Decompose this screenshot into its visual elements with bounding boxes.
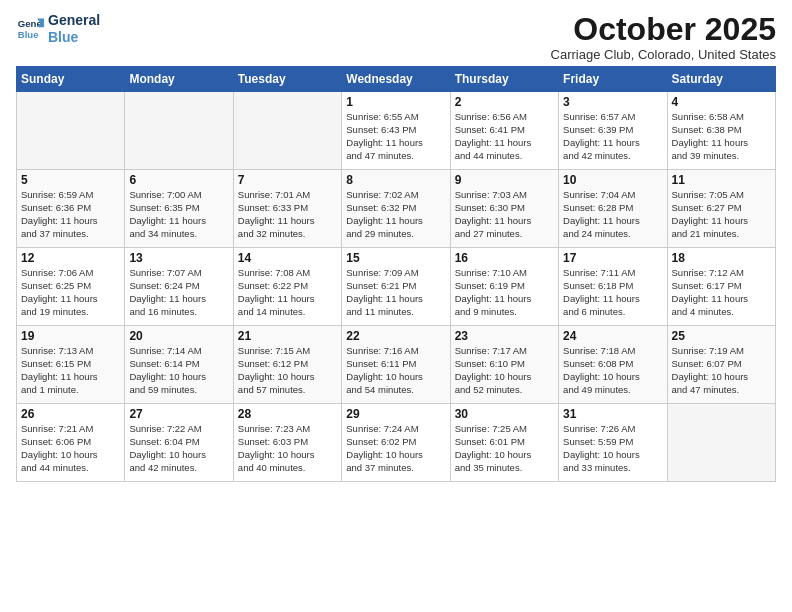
day-info: Sunrise: 7:05 AMSunset: 6:27 PMDaylight:… [672,189,771,240]
day-info: Sunrise: 7:04 AMSunset: 6:28 PMDaylight:… [563,189,662,240]
day-info: Sunrise: 7:10 AMSunset: 6:19 PMDaylight:… [455,267,554,318]
day-number: 31 [563,407,662,421]
day-number: 14 [238,251,337,265]
day-number: 12 [21,251,120,265]
day-info: Sunrise: 7:11 AMSunset: 6:18 PMDaylight:… [563,267,662,318]
calendar-cell: 25Sunrise: 7:19 AMSunset: 6:07 PMDayligh… [667,326,775,404]
calendar-cell: 12Sunrise: 7:06 AMSunset: 6:25 PMDayligh… [17,248,125,326]
calendar-cell [233,92,341,170]
day-info: Sunrise: 7:15 AMSunset: 6:12 PMDaylight:… [238,345,337,396]
week-row-2: 5Sunrise: 6:59 AMSunset: 6:36 PMDaylight… [17,170,776,248]
day-number: 8 [346,173,445,187]
calendar-cell: 14Sunrise: 7:08 AMSunset: 6:22 PMDayligh… [233,248,341,326]
calendar-cell: 29Sunrise: 7:24 AMSunset: 6:02 PMDayligh… [342,404,450,482]
day-number: 28 [238,407,337,421]
calendar-cell: 30Sunrise: 7:25 AMSunset: 6:01 PMDayligh… [450,404,558,482]
col-wednesday: Wednesday [342,67,450,92]
header: General Blue General Blue October 2025 C… [16,12,776,62]
day-info: Sunrise: 7:08 AMSunset: 6:22 PMDaylight:… [238,267,337,318]
day-number: 16 [455,251,554,265]
day-number: 23 [455,329,554,343]
calendar-cell: 27Sunrise: 7:22 AMSunset: 6:04 PMDayligh… [125,404,233,482]
day-info: Sunrise: 7:07 AMSunset: 6:24 PMDaylight:… [129,267,228,318]
calendar-cell: 2Sunrise: 6:56 AMSunset: 6:41 PMDaylight… [450,92,558,170]
title-block: October 2025 Carriage Club, Colorado, Un… [551,12,776,62]
header-row: Sunday Monday Tuesday Wednesday Thursday… [17,67,776,92]
logo-text: General Blue [48,12,100,46]
calendar-cell: 28Sunrise: 7:23 AMSunset: 6:03 PMDayligh… [233,404,341,482]
calendar-cell [17,92,125,170]
week-row-4: 19Sunrise: 7:13 AMSunset: 6:15 PMDayligh… [17,326,776,404]
day-info: Sunrise: 7:02 AMSunset: 6:32 PMDaylight:… [346,189,445,240]
day-info: Sunrise: 7:21 AMSunset: 6:06 PMDaylight:… [21,423,120,474]
calendar: Sunday Monday Tuesday Wednesday Thursday… [16,66,776,482]
day-number: 24 [563,329,662,343]
week-row-5: 26Sunrise: 7:21 AMSunset: 6:06 PMDayligh… [17,404,776,482]
day-number: 3 [563,95,662,109]
day-info: Sunrise: 7:18 AMSunset: 6:08 PMDaylight:… [563,345,662,396]
col-monday: Monday [125,67,233,92]
day-number: 19 [21,329,120,343]
logo-line2: Blue [48,29,78,45]
day-number: 20 [129,329,228,343]
day-info: Sunrise: 7:24 AMSunset: 6:02 PMDaylight:… [346,423,445,474]
calendar-cell: 4Sunrise: 6:58 AMSunset: 6:38 PMDaylight… [667,92,775,170]
day-number: 25 [672,329,771,343]
col-tuesday: Tuesday [233,67,341,92]
day-number: 13 [129,251,228,265]
day-info: Sunrise: 6:58 AMSunset: 6:38 PMDaylight:… [672,111,771,162]
calendar-cell: 16Sunrise: 7:10 AMSunset: 6:19 PMDayligh… [450,248,558,326]
day-info: Sunrise: 6:59 AMSunset: 6:36 PMDaylight:… [21,189,120,240]
col-sunday: Sunday [17,67,125,92]
day-number: 21 [238,329,337,343]
day-info: Sunrise: 7:14 AMSunset: 6:14 PMDaylight:… [129,345,228,396]
day-number: 17 [563,251,662,265]
logo-icon: General Blue [16,15,44,43]
month-title: October 2025 [551,12,776,47]
day-info: Sunrise: 7:23 AMSunset: 6:03 PMDaylight:… [238,423,337,474]
calendar-cell: 7Sunrise: 7:01 AMSunset: 6:33 PMDaylight… [233,170,341,248]
day-info: Sunrise: 7:26 AMSunset: 5:59 PMDaylight:… [563,423,662,474]
week-row-3: 12Sunrise: 7:06 AMSunset: 6:25 PMDayligh… [17,248,776,326]
day-info: Sunrise: 7:03 AMSunset: 6:30 PMDaylight:… [455,189,554,240]
calendar-cell [125,92,233,170]
calendar-cell: 8Sunrise: 7:02 AMSunset: 6:32 PMDaylight… [342,170,450,248]
day-info: Sunrise: 6:57 AMSunset: 6:39 PMDaylight:… [563,111,662,162]
logo-line1: General [48,12,100,29]
day-info: Sunrise: 7:01 AMSunset: 6:33 PMDaylight:… [238,189,337,240]
day-info: Sunrise: 7:16 AMSunset: 6:11 PMDaylight:… [346,345,445,396]
day-info: Sunrise: 7:19 AMSunset: 6:07 PMDaylight:… [672,345,771,396]
day-info: Sunrise: 6:55 AMSunset: 6:43 PMDaylight:… [346,111,445,162]
day-number: 26 [21,407,120,421]
svg-text:Blue: Blue [18,29,39,40]
day-number: 18 [672,251,771,265]
day-number: 10 [563,173,662,187]
calendar-cell: 1Sunrise: 6:55 AMSunset: 6:43 PMDaylight… [342,92,450,170]
calendar-cell: 21Sunrise: 7:15 AMSunset: 6:12 PMDayligh… [233,326,341,404]
page-container: General Blue General Blue October 2025 C… [0,0,792,490]
day-number: 5 [21,173,120,187]
day-info: Sunrise: 7:22 AMSunset: 6:04 PMDaylight:… [129,423,228,474]
calendar-cell: 20Sunrise: 7:14 AMSunset: 6:14 PMDayligh… [125,326,233,404]
week-row-1: 1Sunrise: 6:55 AMSunset: 6:43 PMDaylight… [17,92,776,170]
calendar-cell: 5Sunrise: 6:59 AMSunset: 6:36 PMDaylight… [17,170,125,248]
day-number: 2 [455,95,554,109]
day-number: 22 [346,329,445,343]
day-number: 15 [346,251,445,265]
calendar-cell: 19Sunrise: 7:13 AMSunset: 6:15 PMDayligh… [17,326,125,404]
day-info: Sunrise: 7:12 AMSunset: 6:17 PMDaylight:… [672,267,771,318]
day-number: 1 [346,95,445,109]
day-number: 27 [129,407,228,421]
calendar-cell: 10Sunrise: 7:04 AMSunset: 6:28 PMDayligh… [559,170,667,248]
calendar-cell: 22Sunrise: 7:16 AMSunset: 6:11 PMDayligh… [342,326,450,404]
calendar-cell: 18Sunrise: 7:12 AMSunset: 6:17 PMDayligh… [667,248,775,326]
day-info: Sunrise: 6:56 AMSunset: 6:41 PMDaylight:… [455,111,554,162]
day-number: 11 [672,173,771,187]
calendar-cell: 15Sunrise: 7:09 AMSunset: 6:21 PMDayligh… [342,248,450,326]
day-info: Sunrise: 7:13 AMSunset: 6:15 PMDaylight:… [21,345,120,396]
calendar-cell: 31Sunrise: 7:26 AMSunset: 5:59 PMDayligh… [559,404,667,482]
calendar-cell: 9Sunrise: 7:03 AMSunset: 6:30 PMDaylight… [450,170,558,248]
day-number: 30 [455,407,554,421]
day-number: 6 [129,173,228,187]
calendar-cell [667,404,775,482]
